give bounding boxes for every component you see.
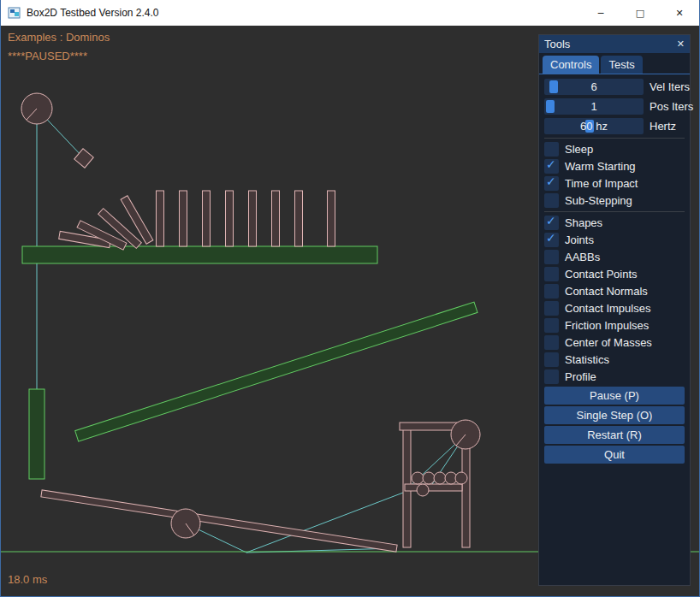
checkbox-box[interactable]: ✓	[544, 159, 559, 174]
vertical-bar	[29, 389, 44, 479]
app-icon	[8, 6, 21, 20]
checkbox-box[interactable]: ✓	[544, 301, 559, 316]
panel-tabbar: Controls Tests	[539, 53, 690, 74]
angled-ramp	[75, 302, 478, 441]
checkbox-label: Contact Points	[565, 268, 638, 281]
checkbox-shapes[interactable]: ✓ Shapes	[544, 216, 685, 230]
hertz-slider[interactable]: 60 hz	[544, 118, 644, 134]
minimize-icon[interactable]: ─	[581, 0, 620, 26]
quit-button[interactable]: Quit	[544, 446, 685, 464]
checkbox-label: Contact Normals	[565, 285, 648, 298]
domino	[180, 191, 187, 246]
small-ball	[412, 472, 424, 484]
checkbox-label: Shapes	[565, 216, 602, 229]
pos-iters-slider[interactable]: 1	[544, 98, 644, 115]
checkbox-label: Friction Impulses	[565, 319, 649, 332]
checkbox-label: Time of Impact	[565, 177, 638, 190]
panel-buttons: Pause (P) Single Step (O) Restart (R) Qu…	[544, 387, 685, 464]
checkbox-label: Profile	[565, 370, 596, 383]
small-ball	[417, 484, 429, 496]
tools-panel-titlebar[interactable]: Tools ✕	[539, 35, 690, 53]
checkbox-center-of-masses[interactable]: ✓ Center of Masses	[544, 335, 685, 350]
checkbox-label: Statistics	[565, 353, 609, 366]
checkbox-label: Sleep	[565, 143, 593, 156]
tools-panel-title: Tools	[544, 38, 570, 50]
slider-value: 1	[544, 100, 644, 113]
check-icon: ✓	[546, 231, 556, 245]
checkbox-box[interactable]: ✓	[544, 142, 559, 157]
slider-row-pos-iters: 1 Pos Iters	[544, 98, 685, 115]
checkbox-statistics[interactable]: ✓ Statistics	[544, 352, 685, 367]
slider-row-vel-iters: 6 Vel Iters	[544, 79, 685, 95]
slider-row-hertz: 60 hz Hertz	[544, 118, 685, 134]
slider-label: Pos Iters	[650, 100, 693, 113]
check-icon: ✓	[546, 214, 556, 228]
seesaw-plank	[41, 490, 397, 552]
checkbox-label: Warm Starting	[565, 160, 636, 173]
checkbox-box[interactable]: ✓	[544, 284, 559, 298]
paused-status: ****PAUSED****	[8, 50, 87, 62]
window-titlebar[interactable]: Box2D Testbed Version 2.4.0 ─ □ ✕	[1, 0, 699, 26]
panel-content: 6 Vel Iters 1 Pos Iters 60 hz Hertz	[539, 74, 690, 464]
check-icon: ✓	[546, 174, 556, 188]
separator	[544, 138, 685, 139]
frame-shelf	[405, 484, 462, 491]
checkbox-friction-impulses[interactable]: ✓ Friction Impulses	[544, 318, 685, 333]
checkbox-sub-stepping[interactable]: ✓ Sub-Stepping	[544, 193, 685, 208]
checkbox-box[interactable]: ✓	[544, 216, 559, 230]
app-window: Box2D Testbed Version 2.4.0 ─ □ ✕ Exampl…	[0, 0, 700, 597]
domino-platform	[22, 246, 377, 263]
checkbox-box[interactable]: ✓	[544, 335, 559, 350]
checkbox-time-of-impact[interactable]: ✓ Time of Impact	[544, 176, 685, 191]
checkbox-sleep[interactable]: ✓ Sleep	[544, 142, 685, 157]
maximize-icon[interactable]: □	[620, 0, 660, 26]
separator	[544, 211, 685, 212]
checkbox-box[interactable]: ✓	[544, 193, 559, 208]
close-icon[interactable]: ✕	[660, 0, 699, 26]
domino	[203, 191, 211, 246]
domino	[272, 191, 280, 246]
frame-time: 18.0 ms	[8, 573, 47, 586]
checkbox-label: Contact Impulses	[565, 302, 650, 315]
check-icon: ✓	[546, 157, 556, 171]
pause-button[interactable]: Pause (P)	[544, 387, 685, 405]
slider-label: Hertz	[650, 120, 676, 133]
small-ball	[455, 472, 467, 484]
checkbox-box[interactable]: ✓	[544, 318, 559, 333]
tab-tests[interactable]: Tests	[601, 56, 642, 74]
example-caption: Examples : Dominos	[8, 31, 110, 44]
checkbox-box[interactable]: ✓	[544, 369, 559, 384]
checkbox-box[interactable]: ✓	[544, 250, 559, 264]
domino	[328, 191, 335, 246]
tab-controls[interactable]: Controls	[543, 56, 599, 74]
checkbox-label: Center of Masses	[565, 336, 652, 349]
small-ball	[434, 472, 446, 484]
domino	[157, 191, 164, 246]
slider-value: 60 hz	[544, 120, 644, 133]
restart-button[interactable]: Restart (R)	[544, 426, 685, 444]
checkbox-joints[interactable]: ✓ Joints	[544, 233, 685, 247]
checkbox-contact-impulses[interactable]: ✓ Contact Impulses	[544, 301, 685, 316]
slider-value: 6	[544, 80, 644, 93]
single-step-button[interactable]: Single Step (O)	[544, 406, 685, 424]
domino	[249, 191, 257, 246]
slider-label: Vel Iters	[650, 80, 690, 93]
checkbox-label: Joints	[565, 233, 594, 246]
checkbox-contact-points[interactable]: ✓ Contact Points	[544, 267, 685, 281]
domino	[295, 191, 303, 246]
close-icon[interactable]: ✕	[677, 38, 685, 50]
checkbox-aabbs[interactable]: ✓ AABBs	[544, 250, 685, 264]
checkbox-box[interactable]: ✓	[544, 267, 559, 281]
checkbox-profile[interactable]: ✓ Profile	[544, 369, 685, 384]
checkbox-warm-starting[interactable]: ✓ Warm Starting	[544, 159, 685, 174]
tools-panel: Tools ✕ Controls Tests 6 Vel Iters 1	[538, 34, 691, 586]
small-ball	[423, 472, 435, 484]
checkbox-box[interactable]: ✓	[544, 176, 559, 191]
domino	[226, 191, 234, 246]
vel-iters-slider[interactable]: 6	[544, 79, 644, 95]
checkbox-label: AABBs	[565, 251, 600, 263]
checkbox-box[interactable]: ✓	[544, 233, 559, 247]
checkbox-label: Sub-Stepping	[565, 194, 632, 207]
checkbox-box[interactable]: ✓	[544, 352, 559, 367]
checkbox-contact-normals[interactable]: ✓ Contact Normals	[544, 284, 685, 298]
